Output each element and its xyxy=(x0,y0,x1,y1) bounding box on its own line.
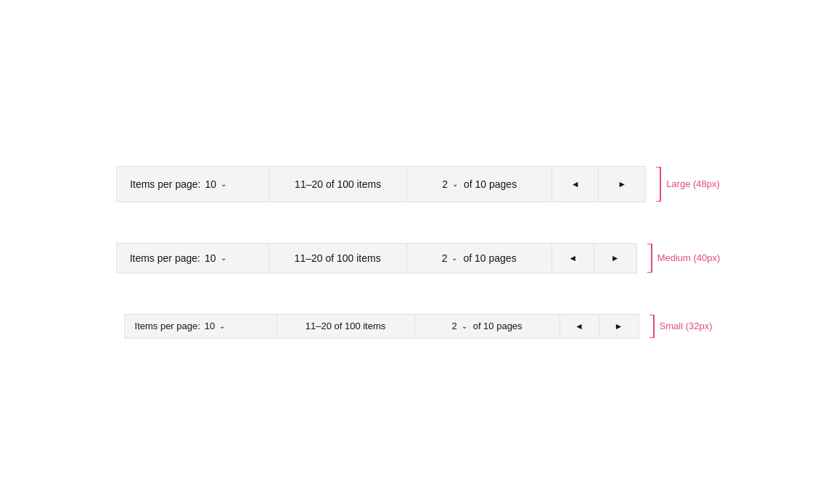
prev-button-large[interactable]: ◄ xyxy=(552,167,599,202)
items-per-page-value-medium: 10 xyxy=(205,252,216,264)
bracket-large xyxy=(655,167,662,202)
items-per-page-chevron-small[interactable]: ⌄ xyxy=(219,322,225,330)
pagination-bar-small: Items per page: 10 ⌄ 11–20 of 100 items … xyxy=(124,314,639,339)
items-per-page-value-large: 10 xyxy=(205,178,216,190)
prev-arrow-medium: ◄ xyxy=(568,253,577,263)
range-text-large: 11–20 of 100 items xyxy=(295,178,381,190)
next-arrow-large: ► xyxy=(618,179,626,189)
page-select-medium[interactable]: 2 ⌄ of 10 pages xyxy=(407,244,552,273)
small-section: Items per page: 10 ⌄ 11–20 of 100 items … xyxy=(124,314,713,339)
items-per-page-chevron-large[interactable]: ⌄ xyxy=(221,180,226,188)
large-section: Items per page: 10 ⌄ 11–20 of 100 items … xyxy=(116,166,720,202)
items-per-page-large[interactable]: Items per page: 10 ⌄ xyxy=(117,167,269,202)
current-page-small: 2 xyxy=(451,321,456,331)
size-text-large: Large (48px) xyxy=(666,178,720,189)
size-text-small: Small (32px) xyxy=(660,321,713,331)
range-text-medium: 11–20 of 100 items xyxy=(295,252,381,264)
prev-button-small[interactable]: ◄ xyxy=(560,315,599,338)
items-per-page-label-medium: Items per page: xyxy=(130,252,200,264)
bracket-medium xyxy=(646,244,653,273)
page-chevron-large[interactable]: ⌄ xyxy=(452,180,458,188)
range-large: 11–20 of 100 items xyxy=(269,167,407,202)
total-pages-small: of 10 pages xyxy=(473,321,522,331)
size-label-small: Small (32px) xyxy=(648,315,713,338)
total-pages-large: of 10 pages xyxy=(464,178,517,190)
items-per-page-small[interactable]: Items per page: 10 ⌄ xyxy=(125,315,277,338)
next-arrow-medium: ► xyxy=(611,253,620,263)
prev-button-medium[interactable]: ◄ xyxy=(552,244,594,273)
range-small: 11–20 of 100 items xyxy=(277,315,415,338)
medium-section: Items per page: 10 ⌄ 11–20 of 100 items … xyxy=(116,243,721,273)
items-per-page-label: Items per page: xyxy=(130,178,200,190)
range-text-small: 11–20 of 100 items xyxy=(306,321,386,331)
current-page-medium: 2 xyxy=(442,252,448,264)
current-page-large: 2 xyxy=(442,178,448,190)
next-button-large[interactable]: ► xyxy=(599,167,645,202)
next-button-medium[interactable]: ► xyxy=(594,244,636,273)
pagination-bar-large: Items per page: 10 ⌄ 11–20 of 100 items … xyxy=(116,166,646,202)
range-medium: 11–20 of 100 items xyxy=(269,244,407,273)
page-chevron-medium[interactable]: ⌄ xyxy=(451,254,457,262)
page-select-small[interactable]: 2 ⌄ of 10 pages xyxy=(415,315,560,338)
prev-arrow-large: ◄ xyxy=(571,179,580,189)
items-per-page-value-small: 10 xyxy=(205,321,215,331)
page-chevron-small[interactable]: ⌄ xyxy=(462,322,467,330)
page-select-large[interactable]: 2 ⌄ of 10 pages xyxy=(407,167,552,202)
size-label-large: Large (48px) xyxy=(655,167,720,202)
size-label-medium: Medium (40px) xyxy=(646,244,721,273)
size-text-medium: Medium (40px) xyxy=(657,252,721,263)
pagination-bar-medium: Items per page: 10 ⌄ 11–20 of 100 items … xyxy=(116,243,637,273)
items-per-page-medium[interactable]: Items per page: 10 ⌄ xyxy=(117,244,269,273)
next-arrow-small: ► xyxy=(615,321,623,331)
items-per-page-chevron-medium[interactable]: ⌄ xyxy=(221,254,226,262)
next-button-small[interactable]: ► xyxy=(599,315,639,338)
prev-arrow-small: ◄ xyxy=(575,321,583,331)
items-per-page-label-small: Items per page: xyxy=(135,321,200,331)
total-pages-medium: of 10 pages xyxy=(463,252,516,264)
bracket-small xyxy=(648,315,655,338)
